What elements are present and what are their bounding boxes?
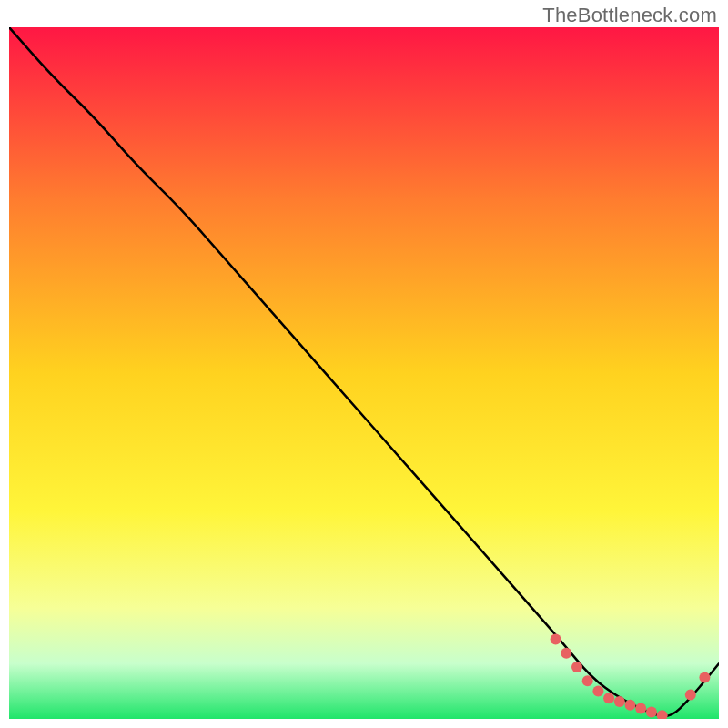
marker-point — [551, 634, 561, 645]
marker-point — [571, 662, 582, 672]
chart-svg — [9, 27, 719, 719]
chart-background — [9, 27, 719, 719]
marker-point — [699, 672, 710, 682]
marker-point — [635, 703, 646, 714]
chart-plot-area — [9, 27, 719, 719]
marker-point — [592, 686, 603, 697]
marker-point — [582, 675, 593, 686]
marker-point — [614, 696, 625, 707]
marker-point — [603, 693, 614, 703]
marker-point — [646, 706, 657, 717]
marker-point — [685, 689, 696, 700]
marker-point — [625, 700, 636, 711]
marker-point — [561, 648, 571, 659]
watermark-text: TheBottleneck.com — [542, 4, 717, 27]
